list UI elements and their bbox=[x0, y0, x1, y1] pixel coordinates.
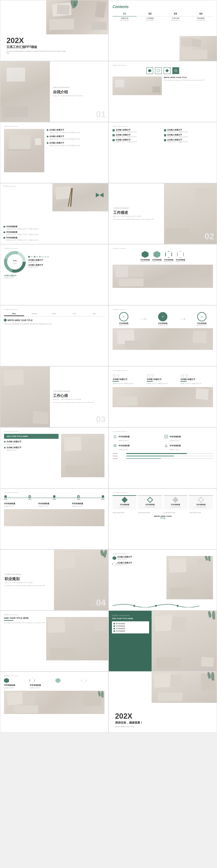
career-tag: 职业规划 Career planning bbox=[5, 574, 50, 575]
card-4: 华东地域标题 Lorem ipsum Dolor bbox=[189, 495, 213, 509]
check-5: ✓ 点击输入标题文字 在此输入正文文字，在此输入正文文字 bbox=[113, 139, 161, 143]
check-1: ✓ 点击输入标题文字 在此输入正文文字，在此输入正文文字 bbox=[113, 129, 161, 133]
year-5: 2020 bbox=[101, 495, 104, 500]
tab-idea[interactable]: Idea bbox=[84, 312, 104, 316]
svg-point-16 bbox=[177, 605, 179, 607]
slide-tag-18: 工作心得 Work experience bbox=[113, 492, 213, 493]
work-num: 02 bbox=[108, 231, 109, 241]
plan-title: WRITE HERE YOUR TITLE bbox=[7, 319, 33, 321]
work-num-2: 02 bbox=[205, 231, 214, 241]
circle-item-3: 03 华东地域标题 在此输入正文文字 bbox=[197, 312, 207, 326]
contents-item-1: 01 自我介绍 Self introduction bbox=[113, 12, 137, 21]
exp-num-1: 01 点击输入标题文字 在此输入正文文字，在此输入正文文字 bbox=[113, 373, 145, 384]
ending-title: 演讲结束，感谢观看！ bbox=[115, 721, 143, 725]
tab-plan[interactable]: Plan bbox=[4, 312, 24, 316]
slide-9-pie: 工作描述 Job description 3.0x 总计 bbox=[0, 244, 108, 305]
heart-item-4: 华东地域标题 在此输入正文文字 bbox=[164, 443, 213, 450]
timeline-item-1: 华东地域标题 在此输入正文文字 bbox=[4, 503, 37, 507]
circle-item-1: 01 华东地域标题 在此输入正文文字 bbox=[119, 312, 129, 326]
slide-11-tabs: 工作描述 Job description Plan Setting Work L… bbox=[0, 305, 108, 366]
svg-point-15 bbox=[155, 605, 157, 607]
pie-item-1: 点击输入标题文字 在此输入正文文字 bbox=[28, 259, 104, 263]
slide-tag-9: 工作描述 Job description bbox=[4, 248, 104, 249]
year-1: 2016 bbox=[4, 495, 7, 500]
work-desc: Personally your just competitive PPPPers… bbox=[113, 218, 160, 220]
hex-3: 华东地域标题 在此输入正文文字 bbox=[164, 251, 174, 262]
exp-cn: 工作心得 bbox=[53, 393, 104, 399]
slide-19-career-header: 职业规划 Career planning 职业规划 SELF INTRODUCT… bbox=[0, 550, 108, 611]
icon-2 bbox=[155, 67, 162, 74]
career-cn: 职业规划 bbox=[5, 577, 50, 582]
tab-work[interactable]: Work bbox=[44, 312, 64, 316]
tab-bar: Plan Setting Work Link Idea bbox=[4, 312, 104, 316]
contents-item-2: 02 工作描述 Job description bbox=[138, 12, 162, 21]
plan-desc: The you can demonstrate it is a projecto… bbox=[4, 323, 91, 326]
card-2: 华东地域标题 Lorem ipsum Dolor bbox=[138, 495, 162, 509]
hex-4: 华东地域标题 在此输入正文文字 bbox=[176, 251, 185, 262]
career-add-desc: Personally your just competitive PPPPers… bbox=[4, 622, 48, 624]
slide-1-title: 202X 日系工作汇报PPT模板 The user can demonstrat… bbox=[0, 0, 108, 61]
slide-tag-16: 工作心得 Work experience bbox=[113, 431, 213, 432]
heart-item-2: 华东地域标题 在此输入正文文字 bbox=[164, 434, 213, 441]
work-en: SELF INTRODUCTION bbox=[113, 215, 160, 217]
tab-link[interactable]: Link bbox=[64, 312, 84, 316]
slide-13-work-exp-header: 工作心得 Work experience 工作心得 SELF INTRODUCT… bbox=[0, 366, 108, 427]
slide-tag-12: 工作描述 Job description bbox=[113, 309, 213, 310]
year-2: 2017 bbox=[28, 495, 31, 500]
timeline-item-3: 华东地域标题 在此输入正文文字 bbox=[72, 503, 104, 507]
slide-3-intro-header: 自我介绍 Self introduction 自我介绍 SELF INTRODU… bbox=[0, 61, 108, 122]
contents-item-4: 04 职业规划 Career planning bbox=[189, 12, 213, 21]
svg-point-5 bbox=[7, 254, 23, 270]
year-3: 2018 bbox=[53, 495, 56, 500]
exp-num-3: 03 点击输入标题文字 在此输入正文文字，在此输入正文文字 bbox=[180, 373, 213, 384]
exp-desc: Personally your just competitive PPPPers… bbox=[53, 402, 103, 403]
slide-tag-20: 职业规划 Career planning bbox=[113, 553, 213, 554]
slide-14-exp-numbered: 工作心得 Work experience 01 点击输入标题文字 在此输入正文文… bbox=[108, 366, 217, 427]
main-year: 202X bbox=[6, 37, 68, 44]
career-item-1: 点击输入标题文字 在此输入正文文字 bbox=[113, 556, 164, 560]
section-num: 01 bbox=[96, 110, 106, 119]
pie-chart: 3.0x 总计 bbox=[4, 251, 26, 273]
intro-item-3: 点击输入标题文字 在此输入正文文字，在此输入正文文字在此输入正文文字 bbox=[47, 142, 104, 147]
contents-item-3: 03 工作心得 Work experience bbox=[163, 12, 188, 21]
tab-setting[interactable]: Setting bbox=[24, 312, 44, 316]
exp-num-2: 02 点击输入标题文字 在此输入正文文字，在此输入正文文字 bbox=[147, 373, 179, 384]
ending-en: WRITE HERE YOUR TITLE bbox=[115, 726, 143, 727]
slide-10-hex: 工作描述 Job description 华东地域标题 在此输入正文文字 华东地… bbox=[108, 244, 217, 305]
hex-2: 华东地域标题 在此输入正文文字 bbox=[152, 251, 162, 262]
slide-4-intro-icons: 自我介绍 Self introduction WRIT bbox=[108, 61, 217, 122]
write-desc: Personally your just competitive PPPPers… bbox=[164, 79, 213, 81]
slide-tag-6: 自我介绍 Self introduction bbox=[113, 125, 213, 127]
work-cn: 工作描述 bbox=[113, 210, 160, 215]
plan-item-1: 华东地域标题 在此输入正文文字 bbox=[4, 678, 27, 689]
slide-tag-7: 工作描述 Job description bbox=[3, 185, 17, 187]
work-item-2: 华东地域标题 在此输入正文文字，在此输入正文文字，在此输入正文文字 bbox=[3, 231, 53, 235]
career-en: SELF INTRODUCTION bbox=[5, 582, 50, 584]
circle-item-2: 02 华东地域标题 在此输入正文文字 bbox=[158, 312, 168, 326]
career-desc: Personally your just competitive PPPPers… bbox=[5, 585, 50, 587]
slide-21-career-title: 职业规划 Career planning ADD YOUR TITLE HERE… bbox=[0, 611, 108, 672]
career-list-tag: 职业规划 Career planning bbox=[112, 615, 149, 616]
slide-15-add-title: 工作心得 Work experience ADD YOUR TITLE HERE… bbox=[0, 427, 108, 488]
career-list-title: ADD YOUR TITLE HERE bbox=[112, 618, 149, 619]
timeline-item-2: 华东地域标题 在此输入正文文字 bbox=[38, 503, 71, 507]
main-desc: The user can demonstrate on a projector … bbox=[6, 51, 68, 55]
check-4: ✓ 点击输入标题文字 在此输入正文文字，在此输入正文文字 bbox=[164, 134, 213, 137]
heart-item-3: 华东地域标题 在此输入正文文字 bbox=[113, 443, 162, 450]
ending-year: 202X bbox=[115, 712, 143, 720]
slide-24-ending: 202X 演讲结束，感谢观看！ WRITE HERE YOUR TITLE bbox=[108, 672, 217, 733]
slide-tag: 自我介绍 Self introduction bbox=[113, 64, 213, 66]
slide-16-work-heart: 工作心得 Work experience 华东地域标题 在此输入正文文字 bbox=[108, 427, 217, 488]
hex-1: 华东地域标题 在此输入正文文字 bbox=[140, 251, 150, 262]
section-tag: 自我介绍 Self introduction bbox=[53, 87, 104, 88]
icon-1 bbox=[146, 67, 153, 74]
slide-2-contents: Contents 01 自我介绍 Self introduction 02 工作… bbox=[108, 0, 217, 61]
check-6: ✓ 点击输入标题文字 在此输入正文文字，在此输入正文文字 bbox=[164, 139, 213, 143]
slide-tag-5: 自我介绍 Self introduction bbox=[4, 125, 104, 127]
slide-tag-23: 职业规划 Career planning bbox=[4, 675, 104, 677]
slide-23-career-plan: 职业规划 Career planning 华东地域标题 在此输入正文文字 华东地… bbox=[0, 672, 108, 733]
slide-7-work-photo: 工作描述 Job description 华东地域标题 在此输入正文文字，在此输… bbox=[0, 183, 108, 244]
svg-text:3.0x: 3.0x bbox=[13, 260, 17, 261]
exp-en: SELF INTRODUCTION bbox=[53, 399, 104, 400]
check-2: ✓ 点击输入标题文字 在此输入正文文字，在此输入正文文字 bbox=[164, 129, 213, 133]
